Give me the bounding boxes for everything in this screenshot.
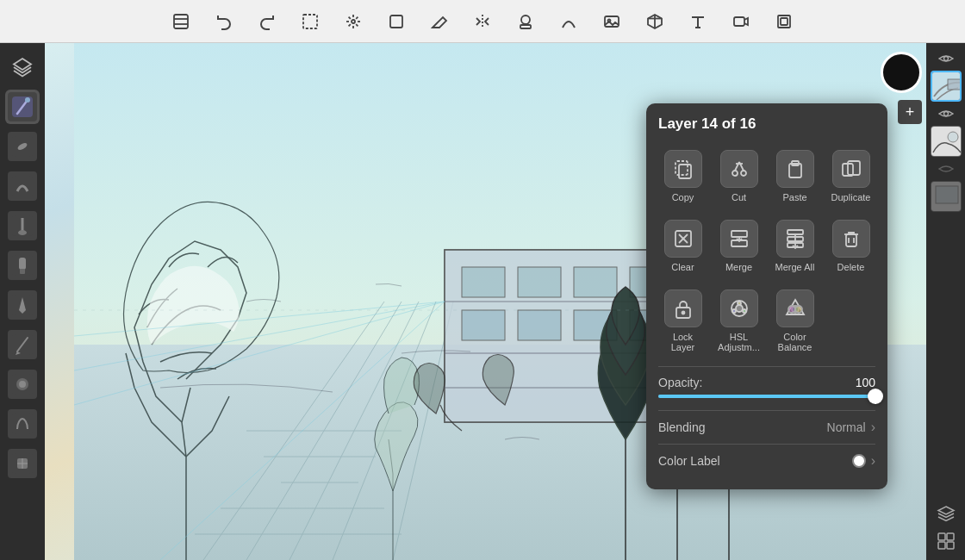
svg-rect-81 — [948, 79, 962, 90]
top-toolbar — [0, 0, 965, 43]
paste-action[interactable]: Paste — [770, 145, 819, 208]
layer-actions-grid: Copy Cut Paste — [658, 145, 875, 358]
svg-point-15 — [521, 16, 530, 24]
duplicate-icon — [832, 150, 870, 188]
menu-divider-1 — [658, 366, 875, 367]
sidebar-brush4-tool[interactable] — [5, 367, 40, 401]
frame-tool[interactable] — [770, 8, 798, 35]
svg-rect-13 — [390, 16, 402, 28]
clear-label: Clear — [671, 262, 694, 272]
transform-tool[interactable] — [339, 8, 367, 35]
layer-visibility-2[interactable] — [934, 105, 958, 122]
text-tool[interactable] — [684, 8, 712, 35]
panel-layers-icon[interactable] — [931, 501, 962, 526]
sidebar-layers-tool[interactable] — [5, 50, 40, 84]
svg-rect-91 — [947, 542, 954, 549]
sidebar-marker-tool[interactable] — [5, 248, 40, 283]
layer-visibility-1[interactable] — [934, 50, 958, 67]
svg-rect-109 — [788, 230, 803, 234]
duplicate-action[interactable]: Duplicate — [826, 145, 875, 208]
image-tool[interactable] — [598, 8, 626, 35]
svg-point-33 — [18, 230, 27, 235]
box3d-tool[interactable] — [641, 8, 669, 35]
color-balance-action[interactable]: Color Balance — [770, 284, 819, 358]
svg-rect-92 — [676, 161, 688, 175]
sidebar-brush2-tool[interactable] — [5, 169, 40, 203]
stamp-tool[interactable] — [512, 8, 539, 35]
crop-tool[interactable] — [383, 8, 410, 35]
curve-tool[interactable] — [555, 8, 582, 35]
add-layer-button[interactable]: + — [898, 100, 922, 124]
left-sidebar — [0, 43, 45, 560]
svg-rect-90 — [938, 542, 945, 549]
color-label-text: Color Label — [658, 454, 720, 468]
panel-grid-icon[interactable] — [931, 529, 962, 553]
svg-rect-63 — [518, 267, 561, 297]
right-panel — [926, 43, 965, 560]
merge-action[interactable]: Merge — [714, 215, 763, 277]
cut-action[interactable]: Cut — [714, 145, 763, 208]
svg-rect-43 — [12, 414, 33, 434]
redo-tool[interactable] — [253, 8, 281, 35]
delete-action[interactable]: Delete — [826, 215, 875, 277]
svg-rect-106 — [732, 231, 747, 237]
hsl-label: HSL Adjustm... — [716, 332, 762, 352]
blending-chevron-icon: › — [871, 420, 875, 435]
svg-point-42 — [19, 381, 26, 388]
svg-rect-35 — [19, 258, 26, 270]
hsl-action[interactable]: HSL Adjustm... — [714, 284, 763, 358]
svg-rect-83 — [931, 127, 962, 157]
sidebar-pen-tool[interactable] — [5, 327, 40, 362]
svg-rect-62 — [462, 267, 505, 297]
merge-all-action[interactable]: Merge All — [770, 215, 819, 277]
opacity-label: Opacity: — [658, 376, 702, 389]
eraser-tool[interactable] — [426, 8, 453, 35]
sidebar-brush3-tool[interactable] — [5, 208, 40, 243]
duplicate-label: Duplicate — [831, 192, 871, 202]
symmetry-tool[interactable] — [469, 8, 496, 35]
lock-action[interactable]: Lock Layer — [658, 284, 707, 358]
color-label-row[interactable]: Color Label › — [658, 444, 875, 477]
svg-point-95 — [741, 171, 746, 176]
layer-thumbnail-3[interactable] — [931, 181, 962, 212]
lock-label: Lock Layer — [660, 332, 706, 352]
svg-point-119 — [736, 305, 743, 312]
layers-tool[interactable] — [167, 8, 195, 35]
sidebar-brush6-tool[interactable] — [5, 446, 40, 481]
svg-rect-67 — [462, 310, 505, 340]
paste-icon — [776, 150, 814, 188]
blending-value: Normal — [827, 420, 866, 434]
blending-row[interactable]: Blending Normal › — [658, 410, 875, 444]
svg-rect-93 — [679, 165, 691, 178]
svg-rect-16 — [520, 25, 531, 28]
svg-rect-0 — [174, 15, 188, 28]
layer-menu-title: Layer 14 of 16 — [658, 115, 875, 133]
svg-rect-86 — [936, 186, 958, 203]
blending-label: Blending — [658, 420, 706, 434]
merge-icon — [720, 220, 758, 258]
layer-thumbnail-1[interactable] — [931, 71, 962, 102]
select-tool[interactable] — [296, 8, 324, 35]
layer-thumbnail-2[interactable] — [931, 126, 962, 157]
video-tool[interactable] — [727, 8, 755, 35]
svg-point-79 — [943, 57, 948, 61]
layer-visibility-3[interactable] — [934, 160, 958, 177]
sidebar-ink-tool[interactable] — [5, 288, 40, 322]
color-picker[interactable] — [881, 52, 922, 93]
sidebar-pencil-tool[interactable] — [5, 90, 40, 124]
blending-value-container: Normal › — [827, 420, 875, 435]
opacity-slider[interactable] — [658, 395, 875, 398]
svg-point-125 — [795, 306, 802, 313]
svg-point-4 — [352, 20, 355, 23]
color-label-dot — [852, 454, 866, 468]
sidebar-brush1-tool[interactable] — [5, 129, 40, 164]
undo-tool[interactable] — [210, 8, 238, 35]
sidebar-brush5-tool[interactable] — [5, 407, 40, 441]
cut-icon — [720, 150, 758, 188]
merge-label: Merge — [725, 262, 752, 272]
color-label-chevron-icon: › — [871, 453, 875, 469]
copy-action[interactable]: Copy — [658, 145, 707, 208]
paste-label: Paste — [782, 192, 806, 202]
clear-action[interactable]: Clear — [658, 215, 707, 277]
svg-point-124 — [788, 306, 795, 313]
